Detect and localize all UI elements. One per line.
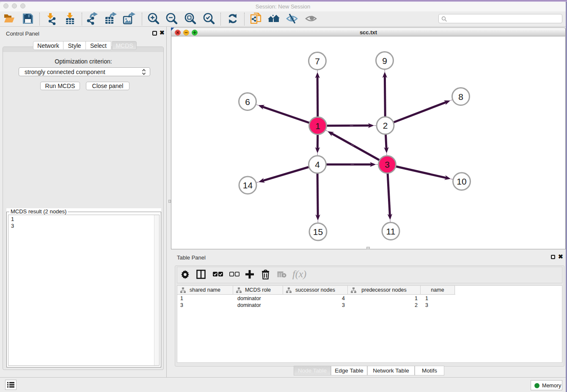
svg-text:10: 10 xyxy=(457,177,466,186)
svg-text:15: 15 xyxy=(313,227,323,237)
svg-text:7: 7 xyxy=(315,56,320,66)
svg-text:11: 11 xyxy=(386,226,396,236)
svg-text:2: 2 xyxy=(383,121,388,130)
svg-text:9: 9 xyxy=(382,56,387,66)
svg-text:14: 14 xyxy=(243,180,253,190)
svg-text:3: 3 xyxy=(385,160,390,169)
svg-text:8: 8 xyxy=(458,92,463,102)
svg-text:6: 6 xyxy=(245,97,250,107)
svg-text:1: 1 xyxy=(315,121,320,131)
svg-text:4: 4 xyxy=(315,160,320,169)
